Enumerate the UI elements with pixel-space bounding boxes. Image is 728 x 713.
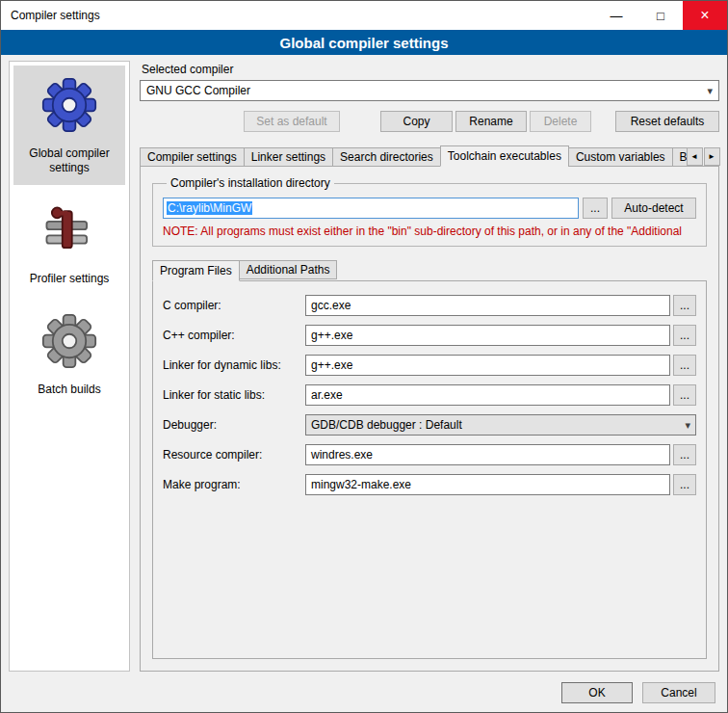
dynamic-linker-browse-button[interactable]: ...	[673, 355, 696, 376]
sidebar-item-label: Profiler settings	[30, 272, 110, 286]
compiler-select-value: GNU GCC Compiler	[146, 84, 701, 97]
install-dir-browse-button[interactable]: ...	[583, 198, 608, 219]
ok-button[interactable]: OK	[561, 682, 633, 703]
sidebar-item-batch-builds[interactable]: Batch builds	[13, 302, 125, 407]
subtab-program-files[interactable]: Program Files	[152, 260, 240, 281]
compiler-settings-window: Compiler settings — □ × Global compiler …	[0, 0, 728, 713]
subtab-additional-paths[interactable]: Additional Paths	[239, 260, 338, 279]
sidebar-item-profiler-settings[interactable]: Profiler settings	[13, 191, 125, 296]
copy-button[interactable]: Copy	[380, 111, 453, 132]
dialog-footer: OK Cancel	[561, 682, 715, 703]
scroll-left-icon: ◄	[690, 152, 698, 161]
settings-sidebar: Global compiler settings Profiler settin…	[9, 61, 130, 672]
sidebar-item-global-compiler-settings[interactable]: Global compiler settings	[13, 66, 125, 185]
chevron-down-icon: ▾	[707, 85, 713, 97]
reset-defaults-button[interactable]: Reset defaults	[615, 111, 719, 132]
install-dir-groupbox: Compiler's installation directory C:\ray…	[152, 176, 707, 247]
form-row: Resource compiler: windres.exe ...	[163, 444, 696, 465]
make-program-label: Make program:	[163, 478, 305, 491]
install-dir-row: C:\raylib\MinGW ... Auto-detect	[163, 198, 696, 219]
dialog-body: Global compiler settings Profiler settin…	[9, 61, 719, 672]
install-dir-group-title: Compiler's installation directory	[167, 176, 334, 190]
gray-gear-icon	[41, 313, 97, 369]
rename-button[interactable]: Rename	[455, 111, 527, 132]
make-program-value: mingw32-make.exe	[311, 478, 411, 491]
blue-gear-icon	[41, 77, 97, 133]
static-linker-input[interactable]: ar.exe	[305, 384, 670, 406]
dynamic-linker-value: g++.exe	[311, 358, 352, 372]
compiler-buttons-row: Set as default Copy Rename Delete Reset …	[140, 111, 719, 132]
debugger-select[interactable]: GDB/CDB debugger : Default ▾	[305, 414, 696, 436]
minimize-button[interactable]: —	[594, 1, 638, 30]
close-button[interactable]: ×	[683, 1, 727, 30]
tab-scrollers: ◄ ►	[687, 147, 720, 167]
cpp-compiler-input[interactable]: g++.exe	[305, 325, 670, 346]
main-panel: Selected compiler GNU GCC Compiler ▾ Set…	[140, 61, 719, 672]
c-compiler-browse-button[interactable]: ...	[673, 295, 696, 316]
form-row: Debugger: GDB/CDB debugger : Default ▾	[163, 414, 696, 436]
tab-scroll-right-button[interactable]: ►	[704, 147, 720, 166]
form-row: C compiler: gcc.exe ...	[163, 295, 696, 316]
toolchain-executables-panel: Compiler's installation directory C:\ray…	[140, 166, 719, 672]
tab-compiler-settings[interactable]: Compiler settings	[140, 147, 245, 167]
delete-button: Delete	[530, 111, 591, 132]
install-dir-input[interactable]: C:\raylib\MinGW	[163, 198, 579, 219]
autodetect-button[interactable]: Auto-detect	[611, 198, 696, 219]
static-linker-browse-button[interactable]: ...	[673, 384, 696, 406]
tab-build-options-truncated[interactable]: Buil	[672, 147, 688, 167]
form-row: Make program: mingw32-make.exe ...	[163, 474, 696, 495]
settings-tabstrip: Compiler settings Linker settings Search…	[140, 145, 719, 167]
static-linker-label: Linker for static libs:	[163, 388, 305, 402]
program-files-panel: C compiler: gcc.exe ... C++ compiler: g+…	[152, 280, 707, 659]
program-files-tabstrip: Program Files Additional Paths	[152, 260, 707, 281]
tab-linker-settings[interactable]: Linker settings	[244, 147, 333, 167]
tab-custom-variables[interactable]: Custom variables	[568, 147, 673, 167]
make-program-input[interactable]: mingw32-make.exe	[305, 474, 670, 495]
install-dir-selected-text: C:\raylib\MinGW	[167, 201, 252, 215]
make-program-browse-button[interactable]: ...	[673, 474, 696, 495]
debugger-value: GDB/CDB debugger : Default	[311, 418, 679, 432]
profiler-clamp-icon	[41, 202, 97, 258]
resource-compiler-input[interactable]: windres.exe	[305, 444, 670, 465]
window-controls: — □ ×	[594, 1, 727, 30]
resource-compiler-label: Resource compiler:	[163, 448, 305, 462]
maximize-button[interactable]: □	[638, 1, 683, 30]
tab-scroll-left-button[interactable]: ◄	[687, 147, 703, 166]
form-row: C++ compiler: g++.exe ...	[163, 325, 696, 346]
sidebar-item-label: Global compiler settings	[17, 146, 121, 175]
compiler-select[interactable]: GNU GCC Compiler ▾	[140, 80, 719, 101]
chevron-down-icon: ▾	[685, 419, 690, 432]
c-compiler-label: C compiler:	[163, 299, 305, 312]
titlebar: Compiler settings — □ ×	[1, 1, 727, 30]
debugger-label: Debugger:	[163, 418, 305, 432]
c-compiler-input[interactable]: gcc.exe	[305, 295, 670, 316]
cpp-compiler-value: g++.exe	[311, 329, 352, 342]
cancel-button[interactable]: Cancel	[642, 682, 715, 703]
form-row: Linker for static libs: ar.exe ...	[163, 384, 696, 406]
static-linker-value: ar.exe	[311, 388, 343, 402]
resource-compiler-browse-button[interactable]: ...	[673, 444, 696, 465]
scroll-right-icon: ►	[708, 152, 715, 161]
cpp-compiler-browse-button[interactable]: ...	[673, 325, 696, 346]
tab-toolchain-executables[interactable]: Toolchain executables	[440, 145, 569, 167]
selected-compiler-label: Selected compiler	[142, 63, 719, 76]
set-as-default-button: Set as default	[244, 111, 340, 132]
page-title: Global compiler settings	[1, 30, 727, 55]
dynamic-linker-label: Linker for dynamic libs:	[163, 358, 305, 372]
c-compiler-value: gcc.exe	[311, 299, 351, 312]
bin-subdirectory-note: NOTE: All programs must exist either in …	[163, 224, 696, 238]
tab-search-directories[interactable]: Search directories	[332, 147, 441, 167]
sidebar-item-label: Batch builds	[38, 383, 100, 397]
resource-compiler-value: windres.exe	[311, 448, 373, 462]
cpp-compiler-label: C++ compiler:	[163, 329, 305, 342]
dynamic-linker-input[interactable]: g++.exe	[305, 355, 670, 376]
window-title: Compiler settings	[11, 9, 100, 22]
form-row: Linker for dynamic libs: g++.exe ...	[163, 355, 696, 376]
